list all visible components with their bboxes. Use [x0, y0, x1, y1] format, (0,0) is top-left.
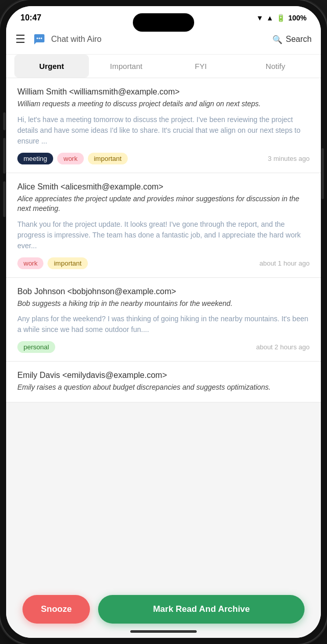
email-sender: Alice Smith <alicesmith@example.com>	[17, 182, 310, 192]
tab-important[interactable]: Important	[89, 55, 164, 78]
svg-point-0	[37, 38, 38, 39]
side-button-mute	[3, 112, 6, 130]
tab-urgent[interactable]: Urgent	[14, 55, 89, 78]
search-button[interactable]: 🔍 Search	[272, 35, 312, 44]
tag-important: important	[48, 257, 87, 269]
email-list: William Smith <williamsmith@example.com>…	[6, 78, 321, 638]
wifi-icon: ▼	[256, 14, 263, 22]
side-button-power	[321, 148, 324, 199]
signal-icon: ▲	[266, 14, 273, 22]
email-preview: Any plans for the weekend? I was thinkin…	[17, 314, 310, 335]
email-tags: meeting work important	[17, 153, 128, 164]
email-item[interactable]: Alice Smith <alicesmith@example.com> Ali…	[6, 173, 321, 278]
email-item[interactable]: Emily Davis <emilydavis@example.com> Emi…	[6, 362, 321, 402]
email-tags: personal	[17, 341, 55, 353]
search-icon: 🔍	[272, 35, 283, 44]
status-time: 10:47	[20, 13, 41, 22]
side-button-volume-down	[3, 181, 6, 217]
tag-important: important	[88, 153, 128, 164]
chat-with-airo-button[interactable]: Chat with Airo	[32, 32, 266, 47]
snooze-button[interactable]: Snooze	[22, 595, 90, 624]
phone-frame: 10:47 ▼ ▲ 🔋 100% ☰ Chat	[0, 0, 327, 644]
email-item[interactable]: Bob Johnson <bobjohnson@example.com> Bob…	[6, 278, 321, 362]
chat-label: Chat with Airo	[51, 35, 102, 44]
home-indicator	[130, 630, 197, 633]
tag-personal: personal	[17, 341, 55, 353]
tag-meeting: meeting	[17, 153, 53, 164]
dynamic-island	[133, 13, 194, 32]
battery-icon: 🔋	[276, 14, 285, 22]
chat-icon	[32, 32, 47, 47]
email-sender: Emily Davis <emilydavis@example.com>	[17, 371, 310, 380]
email-summary: Emily raises a question about budget dis…	[17, 383, 310, 393]
tab-notify[interactable]: Notify	[238, 55, 313, 78]
phone-screen: 10:47 ▼ ▲ 🔋 100% ☰ Chat	[6, 6, 321, 638]
tag-work: work	[17, 257, 43, 269]
email-preview: Hi, let's have a meeting tomorrow to dis…	[17, 114, 310, 147]
email-footer: meeting work important 3 minutes ago	[17, 153, 310, 164]
email-footer: work important about 1 hour ago	[17, 257, 310, 269]
tab-fyi[interactable]: FYI	[164, 55, 238, 78]
email-time: about 1 hour ago	[260, 259, 310, 267]
bottom-action-bar: Snooze Mark Read And Archive	[12, 595, 315, 624]
email-sender: William Smith <williamsmith@example.com>	[17, 87, 310, 97]
email-item[interactable]: William Smith <williamsmith@example.com>…	[6, 78, 321, 173]
email-time: 3 minutes ago	[268, 155, 310, 162]
email-footer: personal about 2 hours ago	[17, 341, 310, 353]
svg-point-1	[39, 38, 40, 39]
status-icons: ▼ ▲ 🔋 100%	[256, 14, 307, 22]
svg-point-2	[41, 38, 42, 39]
tag-work: work	[57, 153, 83, 164]
email-time: about 2 hours ago	[256, 343, 310, 351]
email-summary: William requests a meeting to discuss pr…	[17, 99, 310, 109]
email-tags: work important	[17, 257, 88, 269]
side-button-volume-up	[3, 138, 6, 174]
email-preview: Thank you for the project update. It loo…	[17, 219, 310, 251]
email-summary: Bob suggests a hiking trip in the nearby…	[17, 299, 310, 309]
battery-percent: 100%	[288, 14, 307, 22]
email-summary: Alice appreciates the project update and…	[17, 194, 310, 214]
email-sender: Bob Johnson <bobjohnson@example.com>	[17, 287, 310, 296]
search-label: Search	[286, 35, 312, 44]
archive-button[interactable]: Mark Read And Archive	[98, 595, 305, 624]
tabs: Urgent Important FYI Notify	[6, 55, 321, 78]
menu-icon[interactable]: ☰	[15, 33, 26, 46]
